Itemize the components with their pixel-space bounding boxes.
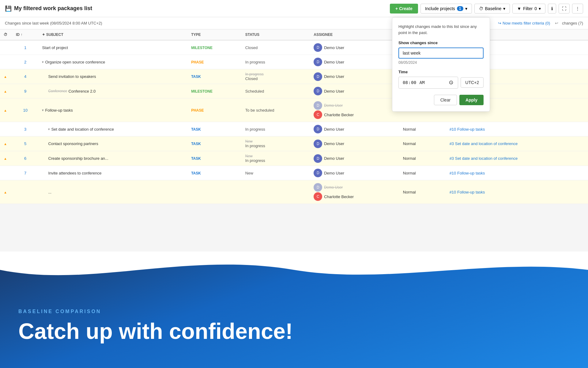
changes-count: changes (7) <box>562 21 583 25</box>
priority-cell: Normal <box>399 166 446 180</box>
assignee-cell: D Demo User <box>310 69 399 84</box>
include-projects-button[interactable]: Include projects 1 ▾ <box>420 4 472 13</box>
type-cell: MILESTONE <box>187 84 242 98</box>
assignee-cell: D Demo User <box>310 166 399 180</box>
clock-icon: ⏱ <box>479 6 483 11</box>
assignee-cell: D Demo User <box>310 84 399 98</box>
change-icon: ▲ <box>4 90 7 93</box>
expand-icon[interactable]: ▾ <box>42 108 44 112</box>
create-button[interactable]: + Create <box>390 4 418 13</box>
time-input[interactable] <box>398 77 458 89</box>
id-cell[interactable]: 1 <box>12 40 38 55</box>
status-cell: New In progress <box>242 136 310 151</box>
meets-filter: ↪ Now meets filter criteria (0) <box>498 21 551 25</box>
avatar: C <box>314 192 322 201</box>
avatar: D <box>314 101 322 110</box>
timezone-display: UTC+2 <box>461 77 484 88</box>
avatar: D <box>314 183 322 192</box>
wave-graphic <box>0 251 588 288</box>
col-id[interactable]: ID ↑ <box>12 29 38 40</box>
table-row: ▲ 6 Create sponsorship brochure an... TA… <box>0 151 588 166</box>
id-cell[interactable]: 10 <box>12 98 38 122</box>
popup-date: 08/05/2024 <box>398 60 484 65</box>
chevron-down-icon: ▾ <box>503 6 505 11</box>
table-row: ▲ 10 ▾ Follow-up tasks PHASE To be sched… <box>0 98 588 122</box>
id-cell[interactable]: 7 <box>12 166 38 180</box>
col-type: TYPE <box>187 29 242 40</box>
subject-cell: ▾ Organize open source conference <box>38 55 187 69</box>
table-row: ▲ ... DDemo User C Charlotte Becker Norm… <box>0 180 588 204</box>
id-cell[interactable]: 6 <box>12 151 38 166</box>
subject-cell: ▾ Follow-up tasks <box>38 98 187 122</box>
show-changes-select[interactable]: last week last month last year a specifi… <box>398 48 484 59</box>
change-icon: ▲ <box>4 142 7 146</box>
assignee-cell: D Demo User <box>310 151 399 166</box>
undo-button[interactable]: ↩ <box>555 21 558 25</box>
filter-button[interactable]: ▼ Filter 0 ▾ <box>512 4 545 13</box>
type-cell: TASK <box>187 122 242 136</box>
table-row: ▲ 9 Conference Conference 2.0 MILESTONE … <box>0 84 588 98</box>
expand-icon[interactable]: ▾ <box>48 127 50 131</box>
avatar: D <box>314 140 322 148</box>
status-cell: In progress Closed <box>242 69 310 84</box>
type-cell: PHASE <box>187 98 242 122</box>
change-icon: ▲ <box>4 190 7 194</box>
change-cell <box>0 166 12 180</box>
status-cell: To be scheduled <box>242 98 310 122</box>
status-cell: In progress <box>242 122 310 136</box>
type-cell <box>187 180 242 204</box>
subject-cell: Create sponsorship brochure an... <box>38 151 187 166</box>
id-cell[interactable]: 3 <box>12 122 38 136</box>
status-cell: Closed <box>242 40 310 55</box>
avatar: D <box>314 58 322 66</box>
id-cell[interactable]: 2 <box>12 55 38 69</box>
clock-icon: ⏱ <box>4 33 7 37</box>
assignee-cell: D Demo User <box>310 122 399 136</box>
table-row: ▲ 4 Send invitation to speakers TASK In … <box>0 69 588 84</box>
id-cell[interactable]: 5 <box>12 136 38 151</box>
col-status: STATUS <box>242 29 310 40</box>
expand-icon[interactable]: ▾ <box>42 60 44 64</box>
id-cell[interactable]: 4 <box>12 69 38 84</box>
subject-cell: Send invitation to speakers <box>38 69 187 84</box>
filter-icon: ▼ <box>517 6 521 11</box>
change-cell <box>0 40 12 55</box>
more-options-button[interactable]: ⋮ <box>572 4 583 13</box>
apply-button[interactable]: Apply <box>459 95 484 105</box>
type-cell: PHASE <box>187 55 242 69</box>
col-subject[interactable]: ✦ SUBJECT <box>38 29 187 40</box>
change-cell <box>0 122 12 136</box>
parent-cell: #3 Set date and location of conference <box>446 151 588 166</box>
id-cell[interactable] <box>12 180 38 204</box>
table-header-row: ⏱ ID ↑ ✦ SUBJECT TYPE STATUS ASSIGNEE PR… <box>0 29 588 40</box>
avatar: D <box>314 154 322 163</box>
fullscreen-button[interactable]: ⛶ <box>559 4 570 13</box>
info-button[interactable]: ℹ <box>548 4 556 13</box>
top-bar: 💾 My filtered work packages list + Creat… <box>0 0 588 17</box>
change-cell: ▲ <box>0 69 12 84</box>
avatar: D <box>314 125 322 133</box>
subject-cell: Invite attendees to conference <box>38 166 187 180</box>
change-icon: ▲ <box>4 157 7 160</box>
id-cell[interactable]: 9 <box>12 84 38 98</box>
parent-cell: #10 Follow-up tasks <box>446 180 588 204</box>
baseline-button[interactable]: ⏱ Baseline ▾ <box>474 4 510 13</box>
priority-cell: Normal <box>399 136 446 151</box>
avatar: D <box>314 43 322 52</box>
bottom-title: Catch up with confidence! <box>18 319 293 343</box>
baseline-popup: Highlight changes made to this list sinc… <box>392 17 490 112</box>
top-actions: + Create Include projects 1 ▾ ⏱ Baseline… <box>390 4 583 13</box>
clear-button[interactable]: Clear <box>434 95 457 105</box>
change-cell: ▲ <box>0 180 12 204</box>
changes-text: Changes since last week (08/05/2024 8:00… <box>5 21 102 25</box>
table-row: 3 ▾ Set date and location of conference … <box>0 122 588 136</box>
assignee-cell: D Demo User <box>310 55 399 69</box>
type-cell: TASK <box>187 69 242 84</box>
avatar: D <box>314 169 322 177</box>
save-icon: 💾 <box>5 5 12 12</box>
subject-cell: Contact sponsoring partners <box>38 136 187 151</box>
time-label: Time <box>398 70 484 74</box>
change-cell: ▲ <box>0 151 12 166</box>
parent-cell: #3 Set date and location of conference <box>446 136 588 151</box>
type-cell: TASK <box>187 151 242 166</box>
